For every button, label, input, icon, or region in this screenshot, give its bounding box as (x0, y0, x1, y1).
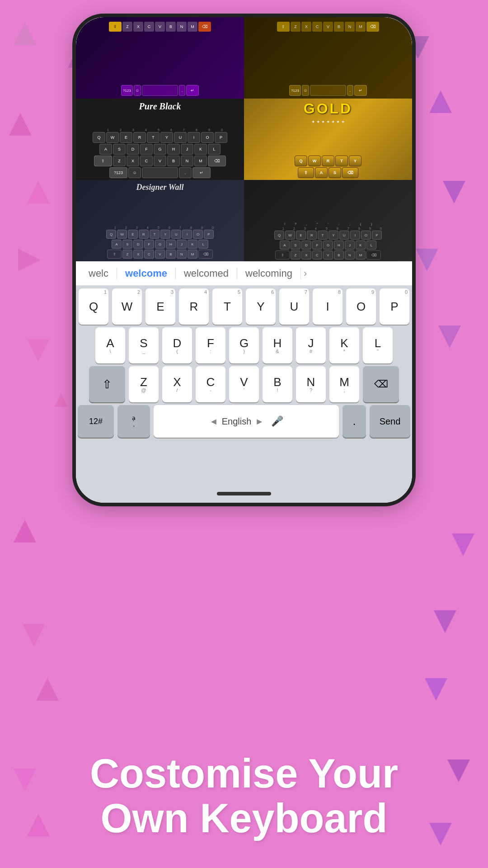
key-R[interactable]: 4 R (179, 288, 209, 325)
key-X[interactable]: X / (162, 366, 192, 402)
key-send[interactable]: Send (370, 405, 410, 438)
suggestion-bar: welc welcome welcomed welcoming › (76, 261, 412, 286)
phone-mockup: ?123 ☺ . ↵ ⇧ Z X C V B (72, 14, 416, 506)
key-shift[interactable]: ⇧ (89, 366, 125, 402)
svg-marker-2 (9, 113, 32, 136)
key-backspace[interactable]: ⌫ (363, 366, 399, 402)
key-J[interactable]: J # (296, 327, 326, 363)
key-Z[interactable]: Z @ (129, 366, 159, 402)
key-W[interactable]: 2 W (112, 288, 142, 325)
key-B[interactable]: B ! (263, 366, 292, 402)
bottom-line2: Own Keyboard (100, 796, 387, 841)
key-period[interactable]: . (343, 405, 366, 438)
svg-marker-13 (434, 610, 456, 633)
svg-marker-14 (36, 678, 59, 701)
phone-home-bar (217, 492, 271, 495)
key-F[interactable]: F : (196, 327, 225, 363)
keyboard-row-4: 12# ạ , ◄ English ► 🎤 . Send (78, 405, 410, 438)
key-A[interactable]: A \ (95, 327, 125, 363)
themes-grid: ?123 ☺ . ↵ ⇧ Z X C V B (76, 17, 412, 261)
svg-marker-4 (27, 181, 50, 203)
suggestion-welcome[interactable]: welcome (117, 268, 176, 279)
key-E[interactable]: 3 E (145, 288, 175, 325)
key-M[interactable]: M ; (329, 366, 359, 402)
key-language[interactable]: ◄ English ► 🎤 (154, 405, 339, 438)
svg-marker-0 (14, 23, 36, 45)
keyboard-row-3: ⇧ Z @ X / C - V ' B (78, 366, 410, 402)
key-lang-special[interactable]: ạ , (117, 405, 150, 438)
theme-pure-black[interactable]: Pure Black 1 2 3 4 5 6 7 8 9 0 (76, 99, 244, 180)
key-V[interactable]: V ' (229, 366, 259, 402)
suggestion-welc[interactable]: welc (80, 268, 117, 279)
theme-dark[interactable]: ! ? , " ' : ; ( ) 1 2 3 4 (244, 180, 412, 261)
svg-marker-6 (18, 249, 41, 271)
suggestion-welcomed[interactable]: welcomed (176, 268, 237, 279)
key-H[interactable]: H & (263, 327, 292, 363)
theme-yellow[interactable]: ⇧ Z X C V B N M ⌫ ?123 ☺ (244, 17, 412, 99)
key-G[interactable]: G ) (229, 327, 259, 363)
svg-marker-5 (443, 181, 465, 203)
key-I[interactable]: 8 I (313, 288, 343, 325)
key-L[interactable]: L " (363, 327, 393, 363)
keyboard-area: 1 Q 2 W 3 E 4 R 5 T (76, 286, 412, 503)
key-N[interactable]: N ? (296, 366, 326, 402)
bottom-cta: Costomise Your Own Keyboard (0, 751, 488, 841)
theme-designer-wall[interactable]: Designer Wall 1 2 3 4 5 6 7 8 9 0 (76, 180, 244, 261)
theme-gold[interactable]: GOLD ✦✦✦✦✦✦✦ QWRTY ⇧AS⌫ (244, 99, 412, 180)
key-Y[interactable]: 6 Y (246, 288, 276, 325)
svg-marker-11 (452, 533, 474, 556)
key-P[interactable]: 0 P (380, 288, 409, 325)
key-U[interactable]: 7 U (279, 288, 309, 325)
key-K[interactable]: K * (329, 327, 359, 363)
key-O[interactable]: 9 O (346, 288, 376, 325)
svg-marker-10 (14, 520, 36, 542)
svg-marker-7 (416, 249, 438, 271)
phone-screen: ?123 ☺ . ↵ ⇧ Z X C V B (76, 17, 412, 503)
svg-marker-3 (429, 90, 452, 113)
key-D[interactable]: D ( (162, 327, 192, 363)
key-numbers[interactable]: 12# (78, 405, 114, 438)
key-Q[interactable]: 1 Q (79, 288, 108, 325)
bottom-line1: Costomise Your (90, 751, 398, 796)
svg-marker-12 (23, 624, 45, 646)
key-S[interactable]: S _ (129, 327, 159, 363)
key-C[interactable]: C - (196, 366, 225, 402)
theme-purple[interactable]: ?123 ☺ . ↵ ⇧ Z X C V B (76, 17, 244, 99)
key-T[interactable]: 5 T (212, 288, 242, 325)
keyboard-row-1: 1 Q 2 W 3 E 4 R 5 T (78, 288, 410, 325)
svg-marker-22 (54, 393, 68, 407)
svg-marker-9 (438, 326, 461, 348)
svg-marker-15 (425, 678, 447, 701)
suggestion-welcoming[interactable]: welcoming (237, 268, 301, 279)
microphone-icon[interactable]: 🎤 (271, 415, 283, 427)
keyboard-row-2: A \ S _ D ( F : G ) (78, 327, 410, 363)
svg-marker-8 (27, 339, 50, 362)
